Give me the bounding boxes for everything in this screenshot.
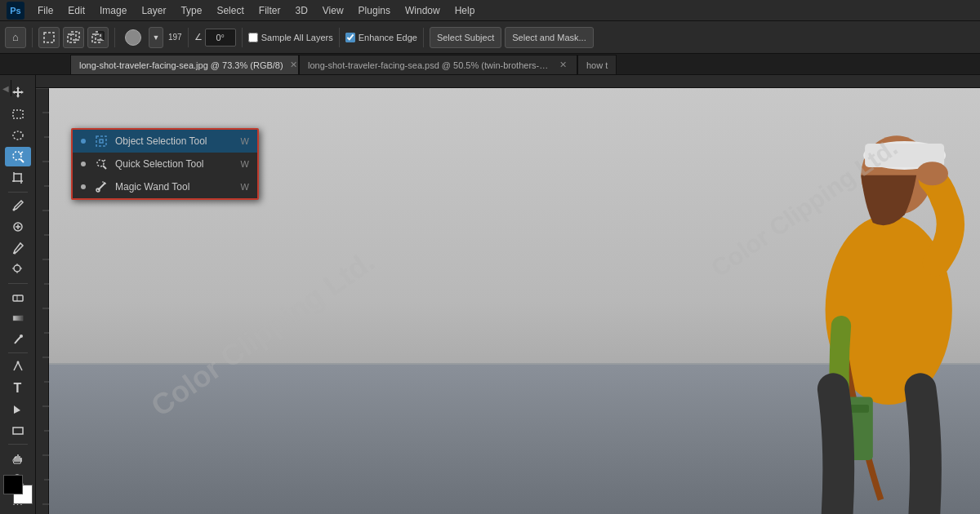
menu-layer[interactable]: Layer (135, 3, 172, 18)
flyout-object-selection[interactable]: Object Selection Tool W (73, 130, 257, 153)
tool-sep-3 (8, 352, 28, 353)
svg-point-98 (916, 162, 948, 185)
tab-2-label: how t (586, 60, 608, 70)
tool-move[interactable] (5, 82, 31, 102)
menu-type[interactable]: Type (174, 3, 208, 18)
tool-crop[interactable] (5, 168, 31, 188)
tab-1[interactable]: long-shot-traveler-facing-sea.psd @ 50.5… (299, 55, 577, 74)
type-icon: T (14, 381, 22, 396)
svg-rect-101 (96, 136, 106, 146)
flyout-dot-1 (81, 162, 86, 166)
ruler-horizontal: -50 0 50 100 150 200 250 300 350 400 450… (36, 75, 980, 88)
sample-all-layers-label: Sample All Layers (261, 33, 333, 42)
tool-flyout-menu: Object Selection Tool W Quick Selection … (71, 128, 259, 200)
flyout-item-2-shortcut: W (241, 182, 249, 192)
separator-6 (423, 28, 424, 47)
menu-window[interactable]: Window (399, 3, 447, 18)
svg-point-21 (14, 265, 20, 272)
menu-bar: Ps File Edit Image Layer Type Select Fil… (0, 0, 980, 21)
sample-all-layers-input[interactable] (248, 33, 258, 42)
subtract-selection-btn[interactable] (87, 27, 109, 48)
magic-wand-icon (94, 179, 109, 194)
menu-select[interactable]: Select (210, 3, 250, 18)
enhance-edge-input[interactable] (345, 33, 355, 42)
menu-3d[interactable]: 3D (288, 3, 314, 18)
tool-pen[interactable] (5, 357, 31, 376)
tool-healing[interactable] (5, 217, 31, 237)
foreground-swatch[interactable] (3, 475, 23, 494)
tool-path-select[interactable] (5, 400, 31, 419)
svg-rect-2 (71, 32, 79, 40)
menu-plugins[interactable]: Plugins (352, 3, 397, 18)
menu-view[interactable]: View (316, 3, 350, 18)
svg-rect-7 (13, 110, 23, 118)
svg-point-25 (20, 335, 23, 338)
add-selection-btn[interactable] (63, 27, 84, 48)
brush-size-dropdown[interactable]: ▼ (149, 27, 163, 48)
tab-2[interactable]: how t (577, 55, 617, 74)
flyout-item-1-shortcut: W (241, 159, 249, 169)
tool-clone[interactable] (5, 259, 31, 279)
svg-rect-1 (68, 34, 76, 42)
tool-brush[interactable] (5, 238, 31, 258)
tool-smudge[interactable] (5, 330, 31, 349)
angle-control: ∠ (194, 29, 236, 47)
options-bar: ⌂ ▼ 197 ∠ Sample All Layers (0, 21, 980, 54)
flyout-item-0-label: Object Selection Tool (115, 135, 207, 147)
svg-point-16 (12, 208, 15, 210)
flyout-dot-2 (81, 184, 86, 189)
menu-filter[interactable]: Filter (252, 3, 287, 18)
tool-type[interactable]: T (5, 378, 31, 397)
ruler-vertical (36, 88, 49, 514)
tool-quick-selection[interactable] (5, 147, 31, 166)
select-and-mask-label: Select and Mask... (512, 33, 586, 42)
flyout-quick-selection[interactable]: Quick Selection Tool W (73, 153, 257, 175)
quick-selection-icon (94, 157, 109, 171)
select-and-mask-button[interactable]: Select and Mask... (505, 27, 594, 48)
angle-icon: ∠ (194, 32, 203, 42)
separator-2 (114, 28, 115, 47)
flyout-dot-0 (81, 139, 86, 144)
new-selection-btn[interactable] (38, 27, 60, 48)
svg-rect-0 (44, 33, 54, 42)
enhance-edge-label: Enhance Edge (359, 33, 417, 42)
tab-0-close[interactable]: ✕ (288, 59, 299, 71)
angle-input[interactable] (205, 29, 236, 47)
tool-gradient[interactable] (5, 308, 31, 328)
tab-1-label: long-shot-traveler-facing-sea.psd @ 50.5… (308, 60, 553, 70)
svg-point-8 (13, 131, 23, 140)
tool-sep-2 (8, 283, 28, 284)
select-subject-label: Select Subject (437, 33, 494, 42)
tool-lasso[interactable] (5, 126, 31, 145)
svg-rect-3 (92, 34, 100, 42)
separator-5 (339, 28, 340, 47)
tool-hand[interactable] (5, 448, 31, 467)
tool-eyedropper[interactable] (5, 195, 31, 215)
tab-0-label: long-shot-traveler-facing-sea.jpg @ 73.3… (79, 60, 283, 70)
brush-preview[interactable] (121, 25, 145, 50)
svg-line-103 (103, 166, 106, 169)
tab-1-close[interactable]: ✕ (558, 59, 568, 71)
svg-rect-24 (13, 316, 23, 321)
svg-line-104 (103, 160, 105, 162)
tool-marquee[interactable] (5, 104, 31, 123)
tool-eraser[interactable] (5, 286, 31, 306)
menu-file[interactable]: File (31, 3, 60, 18)
menu-help[interactable]: Help (448, 3, 482, 18)
flyout-item-2-label: Magic Wand Tool (115, 181, 189, 193)
tool-sep-4 (8, 444, 28, 445)
select-subject-button[interactable]: Select Subject (430, 27, 501, 48)
tool-shape[interactable] (5, 421, 31, 441)
enhance-edge-checkbox[interactable]: Enhance Edge (345, 33, 417, 42)
sample-all-layers-checkbox[interactable]: Sample All Layers (248, 33, 333, 42)
svg-rect-27 (13, 428, 23, 434)
flyout-magic-wand[interactable]: Magic Wand Tool W (73, 175, 257, 198)
separator-3 (188, 28, 189, 47)
svg-point-26 (16, 361, 19, 364)
menu-edit[interactable]: Edit (61, 3, 91, 18)
home-button[interactable]: ⌂ (5, 27, 26, 48)
person-svg (702, 88, 980, 514)
menu-image[interactable]: Image (93, 3, 133, 18)
tab-0[interactable]: long-shot-traveler-facing-sea.jpg @ 73.3… (70, 55, 299, 74)
flyout-item-0-shortcut: W (241, 136, 249, 146)
